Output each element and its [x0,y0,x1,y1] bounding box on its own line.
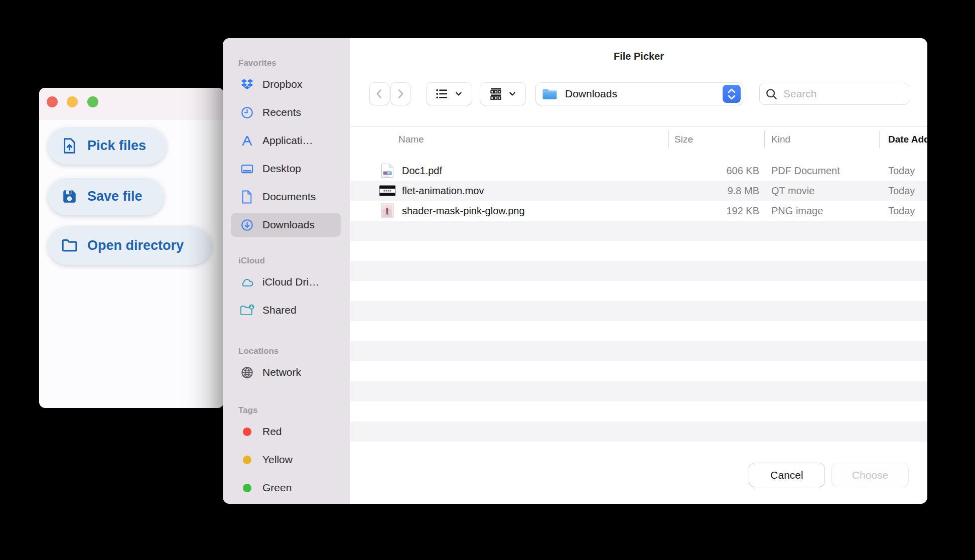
globe-icon [239,364,255,380]
column-divider [879,131,880,148]
empty-list-stripe [350,221,927,241]
sidebar-item-downloads[interactable]: Downloads [231,213,341,237]
save-floppy-icon [61,188,78,205]
clock-icon [239,104,255,120]
empty-list-stripe [350,281,927,301]
file-row-shader-mask-pink-glow-png[interactable]: shader-mask-pink-glow.png 192 KB PNG ima… [350,201,927,221]
empty-list-stripe [350,241,927,261]
pick-files-button[interactable]: Pick files [48,126,167,165]
file-picker-dialog: FavoritesDropboxRecentsApplicati…Desktop… [223,38,927,504]
sidebar-item-recents[interactable]: Recents [231,98,341,126]
sidebar-item-label: Applicati… [262,134,313,147]
empty-list-stripe [350,361,927,381]
screenshot-stage: Pick filesSave fileOpen directory Favori… [0,0,975,560]
close-window-button[interactable] [47,96,58,107]
sidebar: FavoritesDropboxRecentsApplicati…Desktop… [223,38,350,504]
file-date-added: Today [879,165,927,177]
pill-button-label: Open directory [87,238,184,253]
dialog-content: File Picker Downloads Name Size Kind Da [350,38,927,504]
choose-button[interactable]: Choose [832,463,908,487]
document-icon [239,189,255,205]
sidebar-item-label: iCloud Dri… [262,276,319,288]
column-divider [764,131,765,148]
sidebar-item-shared[interactable]: Shared [231,296,341,324]
sidebar-section-title-icloud: iCloud [238,254,350,268]
file-kind: PNG image [764,205,879,217]
file-row-flet-animation-mov[interactable]: flet-animation.mov 9.8 MB QT movie Today [350,181,927,201]
chevron-left-icon [373,87,386,100]
sidebar-item-label: Shared [262,304,297,316]
sidebar-item-label: Documents [262,191,316,203]
sidebar-section-title-locations: Locations [238,344,350,358]
group-view-dropdown[interactable] [480,83,525,105]
empty-list-stripe [350,321,927,341]
sidebar-section-title-favorites: Favorites [238,56,350,70]
folder-blue-icon [541,87,558,100]
save-file-button[interactable]: Save file [48,177,164,215]
zoom-window-button[interactable] [87,96,98,107]
pill-button-label: Save file [87,189,143,204]
select-stepper[interactable] [723,85,741,103]
file-name: flet-animation.mov [402,185,484,197]
column-header-kind[interactable]: Kind [764,134,879,145]
magnifier-icon [765,87,778,101]
file-row-doc1-pdf[interactable]: Doc1.pdf 606 KB PDF Document Today [350,161,927,181]
column-header-name[interactable]: Name [350,134,668,145]
empty-list-stripe [350,381,927,401]
file-kind: QT movie [764,185,879,197]
empty-list-stripe [350,401,927,422]
list-view-icon [435,86,450,101]
search-input[interactable] [782,87,895,100]
sidebar-item-dropbox[interactable]: Dropbox [231,70,341,98]
sidebar-item-yellow[interactable]: Yellow [231,446,341,474]
sidebar-item-red[interactable]: Red [231,417,341,446]
search-field [759,83,909,105]
location-label: Downloads [565,88,617,100]
table-header: Name Size Kind Date Added [350,126,927,153]
file-upload-icon [61,137,78,155]
file-pdf-icon [379,163,396,178]
app-store-icon [239,132,255,149]
open-directory-button[interactable]: Open directory [48,226,212,265]
app-window: Pick filesSave fileOpen directory [39,88,224,408]
empty-list-stripe [350,422,927,442]
desktop-icon [239,161,255,177]
list-view-dropdown[interactable] [427,83,472,105]
sidebar-item-green[interactable]: Green [231,474,341,502]
forward-button[interactable] [391,83,410,105]
sidebar-item-desktop[interactable]: Desktop [231,155,341,183]
cancel-button[interactable]: Cancel [749,463,824,487]
cloud-icon [239,274,255,290]
file-kind: PDF Document [764,165,879,177]
chevron-down-icon [454,89,464,99]
sidebar-item-documents[interactable]: Documents [231,183,341,211]
tag-dot-icon [239,424,255,440]
sidebar-item-network[interactable]: Network [231,358,341,386]
file-date-added: Today [879,205,927,217]
location-select[interactable]: Downloads [536,83,743,105]
sidebar-item-label: Green [262,482,292,494]
sidebar-item-label: Red [262,426,282,438]
column-header-size[interactable]: Size [668,134,764,145]
file-name: shader-mask-pink-glow.png [402,205,525,217]
file-name: Doc1.pdf [402,165,442,177]
empty-list-stripe [350,261,927,281]
empty-list-stripe [350,301,927,321]
file-list: Doc1.pdf 606 KB PDF Document Todayflet-a… [350,152,927,504]
sidebar-item-applicati[interactable]: Applicati… [231,126,341,155]
tag-dot-icon [239,452,255,468]
sidebar-section-title-tags: Tags [238,403,350,417]
sidebar-item-label: Network [262,366,301,378]
chevron-down-icon [507,89,517,99]
sidebar-item-label: Yellow [262,454,293,466]
shared-folder-icon [239,302,255,318]
sidebar-item-label: Dropbox [262,78,302,90]
column-header-date-added[interactable]: Date Added [879,134,927,145]
column-divider [668,131,669,148]
back-button[interactable] [370,83,389,105]
chevron-right-icon [394,87,407,100]
stepper-up-icon [727,88,736,94]
sidebar-item-label: Desktop [262,163,301,175]
minimize-window-button[interactable] [67,96,78,107]
sidebar-item-icloud-dri[interactable]: iCloud Dri… [231,268,341,296]
